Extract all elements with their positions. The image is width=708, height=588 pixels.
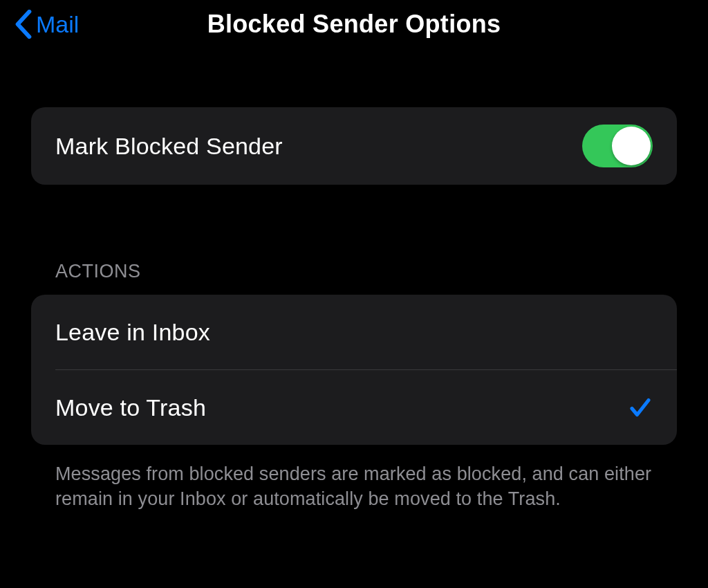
content: Mark Blocked Sender ACTIONS Leave in Inb… xyxy=(0,107,708,512)
mark-blocked-sender-row: Mark Blocked Sender xyxy=(31,107,677,185)
back-button[interactable]: Mail xyxy=(14,10,79,39)
actions-group: Leave in Inbox Move to Trash xyxy=(31,295,677,445)
option-label: Leave in Inbox xyxy=(55,319,210,346)
checkmark-icon xyxy=(628,395,653,420)
page-title: Blocked Sender Options xyxy=(207,10,501,39)
toggle-label: Mark Blocked Sender xyxy=(55,133,283,160)
actions-section-header: ACTIONS xyxy=(31,261,677,282)
back-label: Mail xyxy=(36,11,79,38)
option-label: Move to Trash xyxy=(55,394,206,421)
navigation-bar: Mail Blocked Sender Options xyxy=(0,0,708,48)
option-leave-in-inbox[interactable]: Leave in Inbox xyxy=(31,295,677,369)
mark-blocked-sender-toggle[interactable] xyxy=(582,125,653,167)
actions-footer-text: Messages from blocked senders are marked… xyxy=(31,445,677,512)
toggle-knob xyxy=(612,127,651,165)
chevron-left-icon xyxy=(14,10,33,39)
option-move-to-trash[interactable]: Move to Trash xyxy=(31,370,677,445)
toggle-group: Mark Blocked Sender xyxy=(31,107,677,185)
